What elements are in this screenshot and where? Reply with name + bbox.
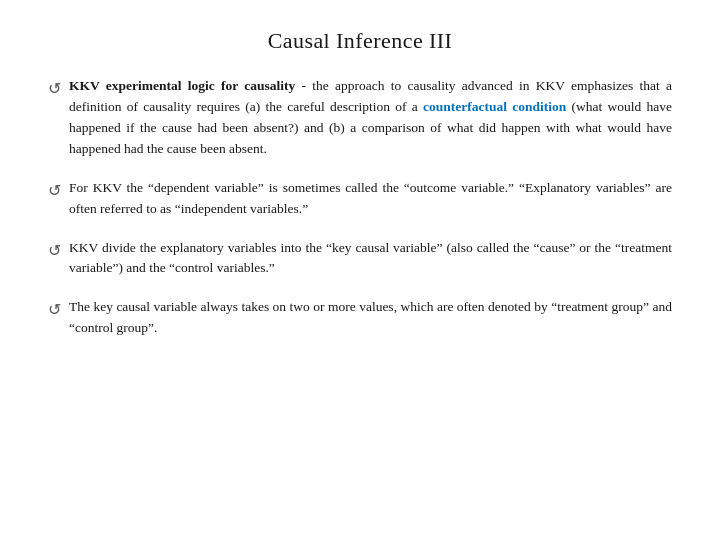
bullet-item-1: ↺KKV experimental logic for causality - … [48, 76, 672, 160]
bullets-container: ↺KKV experimental logic for causality - … [48, 76, 672, 357]
bullet-item-3: ↺KKV divide the explanatory variables in… [48, 238, 672, 280]
bullet-text-4: The key causal variable always takes on … [69, 297, 672, 339]
bullet-icon-1: ↺ [48, 78, 61, 100]
bullet-text-3: KKV divide the explanatory variables int… [69, 238, 672, 280]
bullet-text-2: For KKV the “dependent variable” is some… [69, 178, 672, 220]
bullet-icon-4: ↺ [48, 299, 61, 321]
page-title: Causal Inference III [48, 28, 672, 54]
bullet-icon-2: ↺ [48, 180, 61, 202]
bullet-text-1: KKV experimental logic for causality - t… [69, 76, 672, 160]
bullet-item-4: ↺The key causal variable always takes on… [48, 297, 672, 339]
bullet-icon-3: ↺ [48, 240, 61, 262]
bullet-item-2: ↺For KKV the “dependent variable” is som… [48, 178, 672, 220]
slide: Causal Inference III ↺KKV experimental l… [0, 0, 720, 540]
